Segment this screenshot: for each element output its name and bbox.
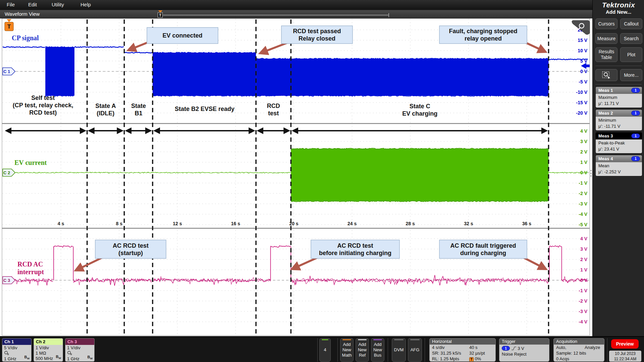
acquisition-settings-badge[interactable]: Acquisition Auto, Analyze Sample: 12 bit… (553, 338, 604, 362)
bandwidth-limit-badge: BW (56, 354, 61, 361)
bottombar-separator (337, 338, 338, 362)
horizontal-scale: 4 s/div (432, 345, 445, 350)
channel-plot-label: EV current (14, 159, 47, 166)
voltage-tick-label: 1 V (580, 267, 588, 273)
time-tick-label: 32 s (464, 221, 473, 226)
voltage-tick-label: -1 V (579, 288, 587, 293)
menu-bar: File Edit Utility Help (0, 0, 592, 9)
record-length: RL: 1.25 Mpts (432, 356, 459, 361)
voltage-tick-label: -1 V (579, 180, 587, 186)
trigger-title: Trigger (499, 339, 549, 345)
axis-grip-handle[interactable] (590, 175, 592, 177)
voltage-tick-label: 2 V (580, 257, 588, 262)
time-tick-label: 4 s (58, 221, 64, 226)
panel-button-plot[interactable]: Plot (620, 47, 642, 62)
button-add-new-ref[interactable]: Add New Ref (356, 338, 369, 362)
waveform-plot: 20 V15 V10 V5 V0 V-5 V-10 V-15 V-20 V4 V… (0, 18, 592, 336)
sample-rate: SR: 31.25 kS/s (432, 351, 461, 356)
channel-badge-ch3[interactable]: Ch 3 1 V/div 1 GHzBW (65, 338, 95, 362)
trigger-settings-badge[interactable]: Trigger 1 3 V Noise Reject (499, 338, 549, 362)
measurement-body: Peak-to-Peakμ': 23.41 V (596, 139, 642, 153)
voltage-tick-label: -2 V (579, 191, 587, 196)
waveform-view-title: Waveform View (5, 11, 40, 17)
button-afg[interactable]: AFG (408, 338, 422, 362)
voltage-tick-label: -4 V (579, 212, 587, 217)
button-add-new-math[interactable]: Add New Math (340, 338, 354, 362)
voltage-tick-label: 1 V (580, 160, 588, 165)
horizontal-settings-badge[interactable]: Horizontal 4 s/div 40 s SR: 31.25 kS/s 3… (429, 338, 496, 362)
trigger-source-badge: 1 (502, 346, 510, 351)
panel-button-callout[interactable]: Callout (620, 18, 642, 29)
preview-button[interactable]: Preview (611, 339, 639, 349)
button-color-stripe (394, 339, 404, 340)
panel-button-measure[interactable]: Measure (595, 33, 618, 44)
measurement-tile-3[interactable]: Meas 31Peak-to-Peakμ': 23.41 V (595, 132, 642, 154)
channel-bandwidth: 500 MHzBW (36, 356, 61, 361)
measurement-title: Meas 21 (596, 110, 642, 117)
voltage-tick-label: -3 V (579, 309, 587, 314)
measurement-source-badge: 1 (631, 156, 640, 161)
acquisition-mode: Auto, (556, 345, 566, 350)
time-tick-label: 36 s (522, 221, 531, 226)
panel-button-search[interactable]: Search (620, 33, 642, 44)
measurement-source-badge: 1 (631, 133, 640, 138)
time-tick-label: 12 s (173, 221, 182, 226)
menu-utility[interactable]: Utility (50, 0, 66, 9)
voltage-tick-label: 3 V (580, 139, 588, 144)
trigger-position-mini-icon: T (469, 357, 474, 362)
add-new-heading: Add New... (593, 9, 644, 15)
oscilloscope-screen: File Edit Utility Help Waveform View T 2… (0, 0, 644, 362)
trigger-mode: Noise Reject (499, 351, 549, 357)
trigger-position-handle[interactable]: T (158, 12, 163, 18)
svg-text:C 2: C 2 (3, 170, 10, 175)
rising-edge-icon (511, 346, 517, 351)
voltage-tick-label: -20 V (576, 110, 588, 116)
voltage-tick-label: 4 V (580, 236, 588, 241)
voltage-tick-label: 15 V (578, 38, 587, 43)
bottombar-separator (607, 338, 607, 362)
panel-button-results-table[interactable]: Results Table (595, 47, 618, 62)
axis-grip-handle[interactable] (590, 170, 592, 171)
channel-scale: 1 V/div (67, 345, 93, 351)
menu-help[interactable]: Help (78, 0, 93, 9)
acquisition-title: Acquisition (554, 339, 604, 345)
measurement-title: Meas 31 (596, 132, 642, 139)
measurement-tile-1[interactable]: Meas 11Maximumμ': 11.71 V (595, 86, 642, 108)
horizontal-resolution: 32 µs/pt (469, 350, 485, 356)
channel-details: 1 V/div 1 MΩ 500 MHzBW (34, 345, 63, 361)
voltage-tick-label: -10 V (576, 89, 588, 95)
zoom-select-button[interactable] (595, 69, 618, 81)
time-tick-label: 24 s (347, 221, 357, 226)
measurement-body: Minimumμ': -11.71 V (596, 117, 642, 130)
tektronix-logo: Tektronix (593, 1, 644, 9)
menu-file[interactable]: File (5, 0, 17, 9)
zoom-select-icon (602, 71, 611, 79)
measurement-title: Meas 41 (596, 155, 642, 162)
channel-badge-ch1[interactable]: Ch 1 5 V/div 1 GHzBW (2, 338, 32, 362)
bottombar-separator (388, 338, 388, 362)
voltage-tick-label: 2 V (580, 149, 588, 155)
panel-separator (595, 66, 642, 66)
more-button[interactable]: More... (620, 69, 642, 81)
button-add-new-bus[interactable]: Add New Bus (371, 338, 384, 362)
measurement-tile-4[interactable]: Meas 41Meanμ': -2.252 V (595, 155, 642, 176)
axis-grip-handle[interactable] (590, 173, 592, 174)
measurement-source-badge: 1 (631, 88, 640, 93)
voltage-tick-label: -3 V (579, 201, 587, 206)
probe-icon (67, 351, 72, 355)
button-dvm[interactable]: DVM (392, 338, 406, 362)
button-color-stripe (358, 339, 367, 340)
channel-scale: 5 V/div (4, 345, 30, 351)
panel-button-cursors[interactable]: Cursors (595, 18, 618, 29)
bottom-settings-bar: Ch 1 5 V/div 1 GHzBW Ch 2 1 V/div 1 MΩ 5… (0, 336, 644, 362)
button-4[interactable]: 4 (319, 338, 331, 362)
horizontal-position-bar[interactable] (163, 15, 389, 15)
menu-edit[interactable]: Edit (26, 0, 39, 9)
state-label: State B2 EVSE ready (175, 106, 234, 112)
channel-badge-ch2[interactable]: Ch 2 1 V/div 1 MΩ 500 MHzBW (34, 338, 63, 362)
svg-text:T: T (7, 23, 11, 30)
time-tick-label: 16 s (231, 221, 240, 226)
measurement-tile-2[interactable]: Meas 21Minimumμ': -11.71 V (595, 109, 642, 131)
channel-bandwidth: 1 GHzBW (4, 356, 30, 362)
acquisition-count: 0 Acqs (554, 356, 604, 362)
